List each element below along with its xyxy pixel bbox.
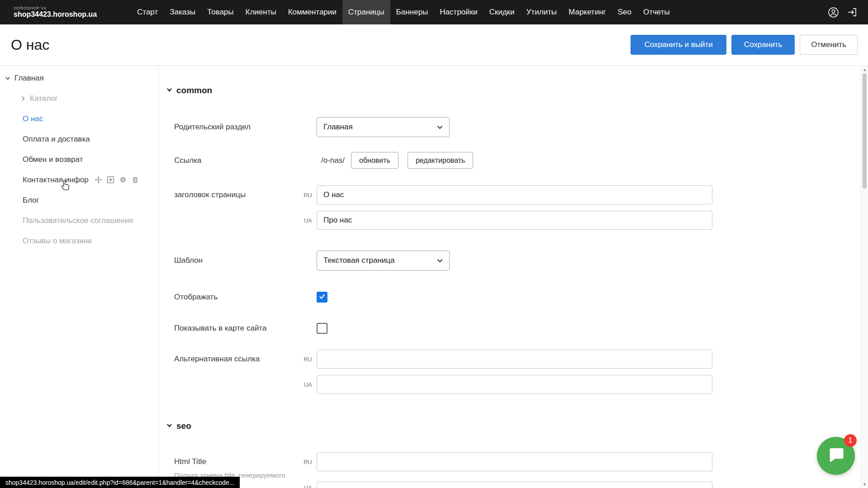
link-refresh-button[interactable]: обновить <box>351 152 398 169</box>
sidebar-item-label: Контактная инфор <box>23 175 89 185</box>
sidebar-item-label: Блог <box>23 196 39 205</box>
parent-section-row: Родительский раздел Главная <box>159 117 861 137</box>
html-title-label-block: Html Title Полная замена title, генериру… <box>174 452 301 479</box>
sidebar-item-label: Каталог <box>30 94 58 103</box>
top-navigation-bar: HOROSHOP V4 shop34423.horoshop.ua Старт … <box>0 0 868 24</box>
scroll-up-arrow[interactable]: ▲ <box>861 66 868 73</box>
sidebar-item-home[interactable]: Главная <box>0 68 158 88</box>
html-title-ua-input[interactable] <box>317 482 712 488</box>
nav-item-marketing[interactable]: Маркетинг <box>563 0 612 24</box>
sidebar-item-blog[interactable]: Блог <box>0 190 158 210</box>
nav-item-start[interactable]: Старт <box>131 0 164 24</box>
tree-item-actions: ⚙ <box>95 176 139 184</box>
alt-link-ru-input[interactable] <box>317 350 712 369</box>
nav-item-comments[interactable]: Комментарии <box>282 0 342 24</box>
brand-version-label: HOROSHOP V4 <box>14 6 97 10</box>
caret-down-icon <box>437 125 443 129</box>
sidebar-item-contact-info[interactable]: Контактная инфор ⚙ <box>0 170 158 190</box>
sidebar-item-label: Отзывы о магазине <box>23 237 92 246</box>
nav-item-orders[interactable]: Заказы <box>164 0 201 24</box>
nav-item-discounts[interactable]: Скидки <box>483 0 520 24</box>
chat-unread-count: 1 <box>849 436 853 445</box>
sidebar-item-label: Обмен и возврат <box>23 155 83 164</box>
template-label: Шаблон <box>174 256 301 265</box>
parent-section-select[interactable]: Главная <box>317 117 450 137</box>
lang-ru-label: RU <box>301 192 317 199</box>
parent-section-value: Главная <box>323 123 353 132</box>
save-and-exit-button[interactable]: Сохранить и выйти <box>631 35 726 55</box>
page-title-ua-input[interactable] <box>317 211 712 230</box>
sidebar-item-store-reviews[interactable]: Отзывы о магазине <box>0 231 158 251</box>
nav-item-banners[interactable]: Баннеры <box>390 0 434 24</box>
page-header: О нас Сохранить и выйти Сохранить Отмени… <box>0 24 868 66</box>
chevron-down-icon <box>166 86 172 95</box>
lang-ru-label: RU <box>301 356 317 363</box>
chat-icon <box>827 446 845 466</box>
add-subpage-icon[interactable] <box>107 176 115 184</box>
check-icon <box>318 292 326 302</box>
html-title-ru-input[interactable] <box>317 452 712 471</box>
save-button[interactable]: Сохранить <box>731 35 795 55</box>
move-icon[interactable] <box>95 176 103 184</box>
display-row: Отображать <box>159 292 861 303</box>
cancel-button[interactable]: Отменить <box>800 35 858 55</box>
chevron-down-icon[interactable] <box>5 75 11 81</box>
link-edit-button[interactable]: редактировать <box>408 152 473 169</box>
lang-ua-label: UA <box>301 217 317 224</box>
sidebar-item-user-agreement[interactable]: Пользовательское соглашение <box>0 210 158 231</box>
status-url: shop34423.horoshop.ua/edit/edit.php?id=6… <box>5 479 234 486</box>
logout-icon[interactable] <box>846 6 858 18</box>
sidebar-item-payment-delivery[interactable]: Оплата и доставка <box>0 129 158 149</box>
header-buttons: Сохранить и выйти Сохранить Отменить <box>631 35 858 55</box>
sidebar-item-catalog[interactable]: Каталог <box>0 88 158 109</box>
topbar-actions <box>827 6 858 18</box>
nav-item-pages[interactable]: Страницы <box>342 0 390 24</box>
display-label: Отображать <box>174 293 301 302</box>
template-row: Шаблон Текстовая страница <box>159 251 861 270</box>
content-area: Главная Каталог О нас Оплата и доставка … <box>0 66 861 488</box>
nav-item-seo[interactable]: Seo <box>612 0 637 24</box>
account-icon[interactable] <box>827 6 839 18</box>
scrollbar-thumb[interactable] <box>863 73 867 189</box>
nav-item-settings[interactable]: Настройки <box>434 0 483 24</box>
sitemap-checkbox[interactable] <box>317 323 327 334</box>
sidebar-item-label: Пользовательское соглашение <box>23 216 133 225</box>
section-seo-label: seo <box>176 421 191 431</box>
alt-link-ua-input[interactable] <box>317 375 712 394</box>
main-nav: Старт Заказы Товары Клиенты Комментарии … <box>131 0 676 24</box>
template-value: Текстовая страница <box>323 256 395 265</box>
page-title: О нас <box>11 37 49 53</box>
page-title-label: заголовок страницы <box>174 185 301 204</box>
lang-ru-label: RU <box>301 459 317 465</box>
section-common-label: common <box>176 85 212 95</box>
template-select[interactable]: Текстовая страница <box>317 251 450 270</box>
page-title-ru-input[interactable] <box>317 185 712 204</box>
nav-item-utilities[interactable]: Утилиты <box>521 0 563 24</box>
brand-logo[interactable]: HOROSHOP V4 shop34423.horoshop.ua <box>14 6 97 19</box>
nav-item-reports[interactable]: Отчеты <box>637 0 676 24</box>
parent-section-label: Родительский раздел <box>174 123 301 132</box>
sitemap-label: Показывать в карте сайта <box>174 324 301 333</box>
brand-domain-label: shop34423.horoshop.ua <box>14 10 97 19</box>
sidebar-item-label: Оплата и доставка <box>23 135 90 144</box>
alt-link-row: Альтернативная ссылка RU UA <box>159 350 861 394</box>
section-seo-header[interactable]: seo <box>159 421 861 431</box>
sidebar-item-about[interactable]: О нас <box>0 109 158 129</box>
chat-unread-badge: 1 <box>844 434 857 447</box>
display-checkbox[interactable] <box>317 292 327 303</box>
gear-icon[interactable]: ⚙ <box>119 176 127 184</box>
page-edit-form: common Родительский раздел Главная Ссылк… <box>159 66 861 488</box>
sitemap-row: Показывать в карте сайта <box>159 323 861 334</box>
scroll-down-arrow[interactable]: ▼ <box>861 481 868 488</box>
trash-icon[interactable] <box>131 176 139 184</box>
sidebar-item-exchange-return[interactable]: Обмен и возврат <box>0 149 158 170</box>
pages-tree-sidebar: Главная Каталог О нас Оплата и доставка … <box>0 66 159 488</box>
chevron-right-icon[interactable] <box>20 95 27 102</box>
page-title-row: заголовок страницы RU UA <box>159 185 861 230</box>
section-common-header[interactable]: common <box>159 85 861 95</box>
link-status-tooltip: shop34423.horoshop.ua/edit/edit.php?id=6… <box>0 477 240 488</box>
vertical-scrollbar[interactable]: ▲ ▼ <box>861 66 868 488</box>
nav-item-clients[interactable]: Клиенты <box>240 0 282 24</box>
nav-item-products[interactable]: Товары <box>201 0 239 24</box>
sidebar-item-label: О нас <box>23 114 43 123</box>
